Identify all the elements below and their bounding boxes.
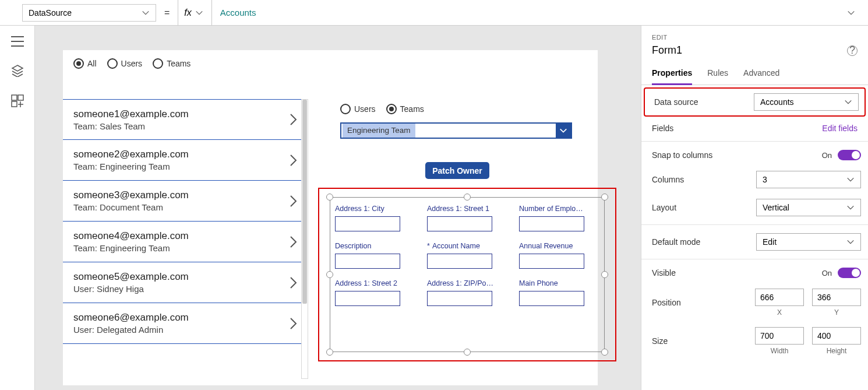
resize-handle[interactable] <box>601 271 608 278</box>
prop-label: Position <box>652 298 681 307</box>
list-item[interactable]: someone6@example.comUser: Delegated Admi… <box>63 303 308 344</box>
text-input[interactable] <box>427 216 492 231</box>
size-height-input[interactable] <box>812 327 861 345</box>
combobox-value: Engineering Team <box>343 124 415 138</box>
layers-icon[interactable] <box>11 64 24 77</box>
resize-handle[interactable] <box>601 349 608 356</box>
component-name: Form1 <box>652 44 682 57</box>
list-item[interactable]: someone2@example.comTeam: Engineering Te… <box>63 140 308 181</box>
chevron-down-icon <box>846 175 855 184</box>
prop-label: Fields <box>652 124 673 133</box>
prop-label: Columns <box>652 175 684 184</box>
chevron-down-icon <box>195 9 203 17</box>
data-source-dropdown[interactable]: Accounts <box>754 93 859 111</box>
text-input[interactable] <box>519 254 584 269</box>
resize-handle[interactable] <box>326 271 333 278</box>
resize-handle[interactable] <box>464 194 471 201</box>
resize-handle[interactable] <box>326 194 333 201</box>
chevron-right-icon <box>290 195 298 208</box>
chevron-right-icon <box>290 236 298 248</box>
form-field: Address 1: Street 1 <box>427 205 507 231</box>
chevron-down-icon <box>847 9 855 17</box>
list-item[interactable]: someone3@example.comTeam: Document Team <box>63 181 308 222</box>
form-field: Number of Emplo… <box>519 205 599 231</box>
prop-label: Size <box>652 336 668 346</box>
left-nav-rail <box>0 26 35 390</box>
radio-teams[interactable]: Teams <box>153 58 190 69</box>
tab-advanced[interactable]: Advanced <box>743 65 779 85</box>
property-selector[interactable]: DataSource <box>22 4 156 22</box>
default-mode-dropdown[interactable]: Edit <box>756 233 861 251</box>
property-selector-label: DataSource <box>29 8 72 17</box>
text-input[interactable] <box>519 291 584 306</box>
prop-label: Layout <box>652 203 676 212</box>
position-x-input[interactable] <box>755 289 804 306</box>
hamburger-icon[interactable] <box>11 36 24 47</box>
layout-dropdown[interactable]: Vertical <box>756 199 861 216</box>
chevron-down-icon <box>846 238 855 246</box>
radio-all[interactable]: All <box>73 58 97 69</box>
radio-users[interactable]: Users <box>107 58 143 69</box>
tab-rules[interactable]: Rules <box>707 65 728 85</box>
visible-toggle[interactable] <box>838 268 861 278</box>
text-input[interactable] <box>519 216 584 231</box>
text-input[interactable] <box>335 254 400 269</box>
svg-rect-0 <box>12 95 17 100</box>
canvas-area: All Users Teams someone1@example.comTeam… <box>35 26 641 390</box>
resize-handle[interactable] <box>464 349 471 356</box>
accounts-gallery: someone1@example.comTeam: Sales Team som… <box>63 99 308 379</box>
list-item[interactable]: someone4@example.comTeam: Engineering Te… <box>63 222 308 262</box>
fx-label: fx <box>184 8 191 18</box>
text-input[interactable] <box>427 254 492 269</box>
formula-bar: DataSource = fx Accounts <box>0 0 868 26</box>
panel-mode-label: EDIT <box>652 34 858 41</box>
form-field: Main Phone <box>519 279 599 306</box>
panel-tabs: Properties Rules Advanced <box>641 65 868 85</box>
position-y-input[interactable] <box>812 289 861 306</box>
prop-label: Visible <box>652 268 676 277</box>
formula-input[interactable]: Accounts <box>212 0 863 26</box>
resize-handle[interactable] <box>601 194 608 201</box>
svg-rect-2 <box>12 101 17 107</box>
team-combobox[interactable]: Engineering Team <box>340 122 572 139</box>
size-width-input[interactable] <box>755 327 804 345</box>
form-field: Address 1: ZIP/Po… <box>427 279 507 306</box>
prop-label: Default mode <box>652 237 700 247</box>
help-icon[interactable]: ? <box>847 45 858 56</box>
filter-radio-group: All Users Teams <box>73 58 190 69</box>
formula-expression: Accounts <box>220 8 256 17</box>
scrollbar[interactable] <box>301 99 308 379</box>
radio-owner-teams[interactable]: Teams <box>386 104 424 114</box>
equals-sign: = <box>156 8 178 18</box>
prop-label: Snap to columns <box>652 150 712 160</box>
form-field: *Account Name <box>427 242 507 269</box>
data-source-highlight: Data source Accounts <box>644 87 866 117</box>
resize-handle[interactable] <box>326 349 333 356</box>
chevron-down-icon <box>846 203 855 212</box>
form-field: Address 1: Street 2 <box>335 279 415 306</box>
patch-owner-button[interactable]: Patch Owner <box>425 162 489 179</box>
svg-rect-1 <box>18 95 23 100</box>
edit-fields-link[interactable]: Edit fields <box>822 124 858 133</box>
form-field: Annual Revenue <box>519 242 599 269</box>
list-item[interactable]: someone5@example.comUser: Sidney Higa <box>63 262 308 303</box>
form1[interactable]: Address 1: City Address 1: Street 1 Numb… <box>330 197 605 352</box>
tab-properties[interactable]: Properties <box>652 65 692 85</box>
app-screen: All Users Teams someone1@example.comTeam… <box>63 50 598 385</box>
chevron-right-icon <box>290 113 298 126</box>
text-input[interactable] <box>335 216 400 231</box>
text-input[interactable] <box>427 291 492 306</box>
chevron-right-icon <box>290 276 298 289</box>
owner-radio-group: Users Teams <box>340 104 424 114</box>
fx-button[interactable]: fx <box>178 0 211 26</box>
form-field: Description <box>335 242 415 269</box>
insert-icon[interactable] <box>11 94 24 107</box>
form-fields-grid: Address 1: City Address 1: Street 1 Numb… <box>335 205 599 306</box>
snap-toggle[interactable] <box>838 150 861 160</box>
properties-panel: EDIT Form1 ? Properties Rules Advanced D… <box>641 26 868 390</box>
text-input[interactable] <box>335 291 400 306</box>
columns-dropdown[interactable]: 3 <box>756 171 861 188</box>
radio-owner-users[interactable]: Users <box>340 104 376 114</box>
list-item[interactable]: someone1@example.comTeam: Sales Team <box>63 99 308 140</box>
chevron-down-icon <box>556 124 571 138</box>
